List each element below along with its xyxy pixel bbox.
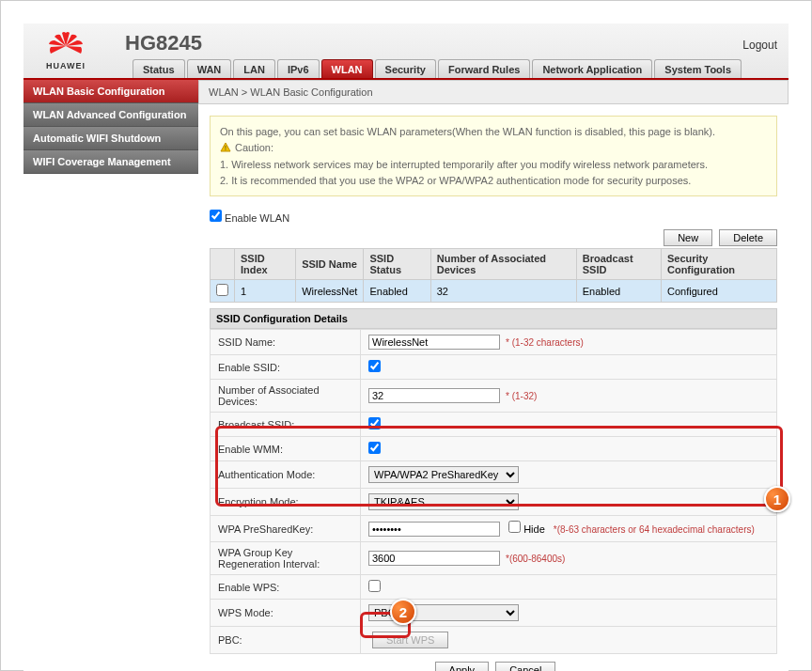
notice-intro: On this page, you can set basic WLAN par… bbox=[220, 124, 767, 140]
enc-mode-select[interactable]: TKIP&AES bbox=[368, 493, 519, 510]
cell-broadcast: Enabled bbox=[576, 280, 661, 303]
cell-status: Enabled bbox=[364, 280, 430, 303]
ssid-name-label: SSID Name: bbox=[211, 330, 361, 355]
table-header-row: SSID Index SSID Name SSID Status Number … bbox=[211, 249, 777, 280]
svg-text:!: ! bbox=[225, 145, 226, 151]
wps-checkbox[interactable] bbox=[368, 580, 381, 592]
col-status: SSID Status bbox=[364, 249, 430, 280]
notice-box: On this page, you can set basic WLAN par… bbox=[210, 116, 777, 196]
wps-mode-select[interactable]: PBC bbox=[368, 604, 519, 621]
ssid-table: SSID Index SSID Name SSID Status Number … bbox=[210, 248, 777, 303]
tab-security[interactable]: Security bbox=[375, 59, 436, 78]
warning-icon: ! bbox=[220, 142, 231, 153]
breadcrumb: WLAN > WLAN Basic Configuration bbox=[198, 80, 789, 104]
logout-link[interactable]: Logout bbox=[742, 39, 777, 52]
pbc-label: PBC: bbox=[211, 627, 361, 654]
regen-input[interactable] bbox=[368, 551, 500, 566]
tab-network-application[interactable]: Network Application bbox=[532, 59, 652, 78]
main-content: WLAN > WLAN Basic Configuration On this … bbox=[198, 80, 789, 671]
cell-name: WirelessNet bbox=[296, 280, 364, 303]
notice-line1: 1. Wireless network services may be inte… bbox=[220, 157, 767, 173]
tab-ipv6[interactable]: IPv6 bbox=[277, 59, 320, 78]
broadcast-label: Broadcast SSID: bbox=[211, 413, 361, 437]
regen-label: WPA Group Key Regeneration Interval: bbox=[211, 542, 361, 575]
auth-mode-select[interactable]: WPA/WPA2 PreSharedKey bbox=[368, 466, 519, 483]
start-wps-button[interactable]: Start WPS bbox=[372, 632, 448, 648]
enable-wlan-checkbox[interactable] bbox=[210, 210, 222, 222]
cell-index: 1 bbox=[235, 280, 296, 303]
cancel-button[interactable]: Cancel bbox=[495, 662, 555, 671]
tab-forward-rules[interactable]: Forward Rules bbox=[438, 59, 530, 78]
cell-devices: 32 bbox=[430, 280, 576, 303]
col-name: SSID Name bbox=[296, 249, 364, 280]
enable-wlan-label: Enable WLAN bbox=[225, 212, 289, 224]
tab-status[interactable]: Status bbox=[133, 59, 185, 78]
sidebar: WLAN Basic Configuration WLAN Advanced C… bbox=[23, 80, 198, 671]
num-devices-input[interactable] bbox=[368, 388, 500, 403]
col-devices: Number of Associated Devices bbox=[430, 249, 576, 280]
enable-ssid-checkbox[interactable] bbox=[368, 360, 381, 372]
notice-line2: 2. It is recommended that you use the WP… bbox=[220, 173, 767, 189]
sidebar-item-basic[interactable]: WLAN Basic Configuration bbox=[23, 80, 198, 103]
sidebar-item-advanced[interactable]: WLAN Advanced Configuration bbox=[23, 103, 198, 127]
sidebar-item-auto-shutdown[interactable]: Automatic WIFI Shutdown bbox=[23, 127, 198, 150]
cell-security: Configured bbox=[661, 280, 776, 303]
details-header: SSID Configuration Details bbox=[210, 308, 777, 329]
psk-label: WPA PreSharedKey: bbox=[211, 516, 361, 542]
tab-wan[interactable]: WAN bbox=[187, 59, 232, 78]
table-row[interactable]: 1 WirelessNet Enabled 32 Enabled Configu… bbox=[211, 280, 777, 303]
num-devices-hint: * (1-32) bbox=[506, 391, 537, 401]
enc-mode-label: Encryption Mode: bbox=[211, 489, 361, 516]
caution-label: Caution: bbox=[235, 140, 273, 156]
row-select-checkbox[interactable] bbox=[216, 284, 228, 296]
new-button[interactable]: New bbox=[664, 229, 712, 246]
brand-name: HUAWEI bbox=[46, 61, 86, 70]
config-form: SSID Name: * (1-32 characters) Enable SS… bbox=[210, 329, 777, 654]
col-select bbox=[211, 249, 235, 280]
regen-hint: *(600-86400s) bbox=[506, 554, 565, 564]
delete-button[interactable]: Delete bbox=[719, 229, 777, 246]
main-tabs: Status WAN LAN IPv6 WLAN Security Forwar… bbox=[133, 59, 742, 78]
huawei-logo-icon bbox=[45, 31, 86, 61]
wmm-label: Enable WMM: bbox=[211, 437, 361, 461]
broadcast-checkbox[interactable] bbox=[368, 417, 381, 429]
tab-lan[interactable]: LAN bbox=[233, 59, 275, 78]
tab-system-tools[interactable]: System Tools bbox=[654, 59, 742, 78]
col-broadcast: Broadcast SSID bbox=[576, 249, 661, 280]
wmm-checkbox[interactable] bbox=[368, 442, 381, 454]
header: HUAWEI HG8245 Logout Status WAN LAN IPv6… bbox=[23, 23, 789, 80]
wps-mode-label: WPS Mode: bbox=[211, 600, 361, 627]
auth-mode-label: Authentication Mode: bbox=[211, 461, 361, 489]
psk-hint: *(8-63 characters or 64 hexadecimal char… bbox=[554, 524, 755, 535]
tab-wlan[interactable]: WLAN bbox=[321, 59, 373, 78]
enable-ssid-label: Enable SSID: bbox=[211, 355, 361, 380]
ssid-name-input[interactable] bbox=[368, 335, 500, 350]
col-security: Security Configuration bbox=[661, 249, 776, 280]
brand-logo: HUAWEI bbox=[23, 23, 108, 78]
wps-label: Enable WPS: bbox=[211, 575, 361, 600]
num-devices-label: Number of Associated Devices: bbox=[211, 380, 361, 413]
psk-input[interactable] bbox=[368, 522, 500, 537]
hide-label: Hide bbox=[523, 523, 545, 535]
apply-button[interactable]: Apply bbox=[435, 662, 490, 671]
col-index: SSID Index bbox=[235, 249, 296, 280]
sidebar-item-coverage[interactable]: WIFI Coverage Management bbox=[23, 150, 198, 174]
hide-checkbox[interactable] bbox=[508, 521, 521, 533]
model-label: HG8245 bbox=[125, 31, 202, 55]
ssid-name-hint: * (1-32 characters) bbox=[506, 337, 584, 348]
